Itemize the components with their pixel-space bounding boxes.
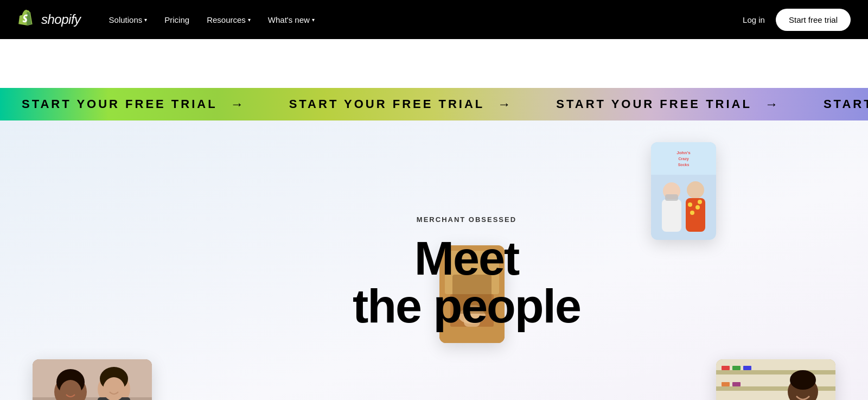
hero-heading-line1: Meet [414,231,519,285]
eyebrow-text: MERCHANT OBSESSED [353,215,580,224]
banner-text: START YOUR FREE TRIAL [556,97,752,111]
women-photo [33,359,152,400]
banner-arrow-icon: → [765,97,780,112]
banner-track: START YOUR FREE TRIAL → START YOUR FREE … [0,97,868,112]
banner-text: START YOUR FREE TRIAL [289,97,485,111]
svg-rect-38 [732,382,741,386]
nav-resources[interactable]: Resources ▾ [200,11,257,29]
svg-text:John's: John's [676,150,691,155]
nav-pricing[interactable]: Pricing [158,11,196,29]
svg-point-14 [688,202,692,207]
svg-rect-11 [662,199,681,232]
banner-item: START YOUR FREE TRIAL → [534,97,802,112]
login-link[interactable]: Log in [743,15,765,24]
hero-center-content: MERCHANT OBSESSED Meet the people [353,215,580,330]
navbar: shopify Solutions ▾ Pricing Resources ▾ … [0,0,868,39]
spacer-area [0,39,868,88]
svg-rect-18 [665,194,678,201]
crazy-socks-image: John's Crazy Socks [651,142,716,240]
svg-rect-35 [732,366,741,370]
svg-rect-36 [743,366,751,370]
whats-new-chevron-icon: ▾ [312,17,315,23]
banner-arrow-icon: → [231,97,246,112]
shopify-logo[interactable]: shopify [17,10,81,29]
resources-chevron-icon: ▾ [248,17,251,23]
banner-item: START YOUR FREE TRIAL → [267,97,535,112]
svg-point-28 [103,377,125,400]
svg-rect-20 [33,359,152,397]
nav-solutions[interactable]: Solutions ▾ [103,11,154,29]
nav-right: Log in Start free trial [743,9,851,31]
shopify-bag-icon [17,10,37,29]
banner-item: START YOUR FREE TRIAL → [802,97,868,112]
nav-whats-new[interactable]: What's new ▾ [261,11,321,29]
nav-links: Solutions ▾ Pricing Resources ▾ What's n… [103,11,743,29]
shopify-wordmark: shopify [41,12,81,27]
svg-rect-34 [722,366,730,370]
solutions-chevron-icon: ▾ [144,17,147,23]
promo-banner[interactable]: START YOUR FREE TRIAL → START YOUR FREE … [0,88,868,120]
banner-arrow-icon: → [497,97,513,112]
hero-section: John's Crazy Socks [0,120,868,400]
svg-text:Crazy: Crazy [678,157,688,161]
banner-text: START YOUR FREE TRIAL [22,97,218,111]
svg-point-42 [790,370,816,390]
svg-rect-37 [722,382,730,386]
hero-heading: Meet the people [353,234,580,330]
svg-point-12 [687,181,704,199]
svg-rect-31 [716,370,835,374]
svg-point-15 [695,205,700,209]
svg-text:Socks: Socks [678,163,690,167]
banner-item: START YOUR FREE TRIAL → [0,97,267,112]
banner-text: START YOUR FREE TRIAL [824,97,868,111]
man-store-photo [716,359,835,400]
svg-point-16 [690,211,694,215]
hero-heading-line2: the people [353,279,580,333]
svg-point-17 [698,200,702,204]
start-trial-button[interactable]: Start free trial [776,9,851,31]
